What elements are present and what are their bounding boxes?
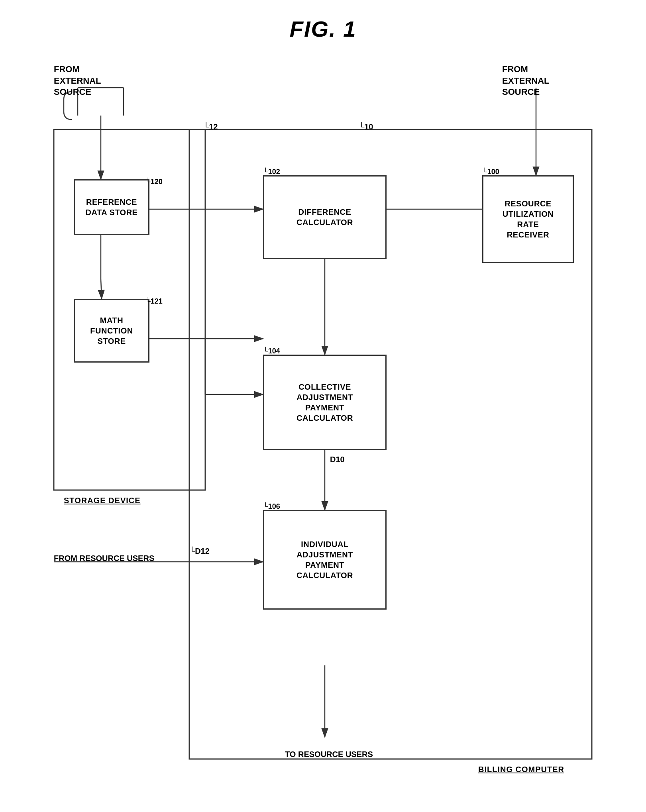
collective-adj-id: └104 <box>263 347 280 356</box>
resource-utilization-box: RESOURCEUTILIZATIONRATERECEIVER <box>482 175 574 263</box>
from-external-source-1-label: FROMEXTERNALSOURCE <box>54 64 101 98</box>
individual-adjustment-box: INDIVIDUALADJUSTMENTPAYMENTCALCULATOR <box>263 510 387 610</box>
main-box-id: └10 <box>359 122 373 132</box>
resource-util-id: └100 <box>482 167 499 177</box>
storage-device-label: STORAGE DEVICE <box>64 496 141 505</box>
billing-computer-label: BILLING COMPUTER <box>478 765 564 774</box>
to-resource-users-label: TO RESOURCE USERS <box>285 749 373 759</box>
collective-adjustment-box: COLLECTIVEADJUSTMENTPAYMENTCALCULATOR <box>263 355 387 450</box>
d10-label: D10 <box>330 454 345 465</box>
individual-adj-id: └106 <box>263 502 280 511</box>
svg-line-20 <box>101 279 102 299</box>
ref-data-store-id: └120 <box>145 177 163 186</box>
storage-box-id: └12 <box>203 122 218 132</box>
difference-calculator-box: DIFFERENCECALCULATOR <box>263 175 387 259</box>
math-function-store-id: └121 <box>145 297 163 306</box>
math-function-store-box: MATHFUNCTIONSTORE <box>74 299 149 363</box>
from-external-source-2-label: FROMEXTERNALSOURCE <box>502 64 550 98</box>
diff-calc-id: └102 <box>263 167 280 177</box>
reference-data-store-box: REFERENCEDATA STORE <box>74 179 149 235</box>
from-resource-users-label: FROM RESOURCE USERS <box>54 553 154 563</box>
d12-label: └D12 <box>189 546 210 556</box>
page-title: FIG. 1 <box>0 0 646 42</box>
